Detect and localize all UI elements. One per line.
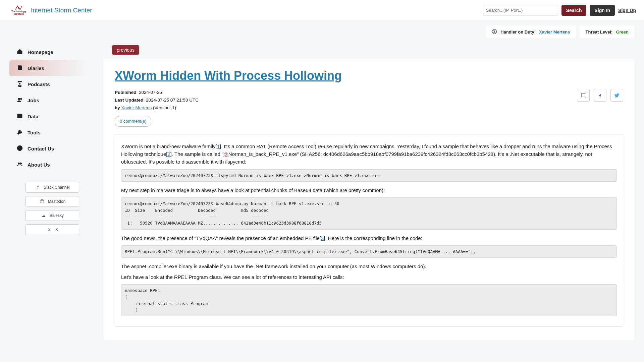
share-buttons	[577, 89, 623, 102]
code-block-2: remnux@remnux:/MalwareZoo/20240723$ base…	[121, 197, 617, 230]
by-label: by	[115, 105, 120, 110]
code-block-1: remnux@remnux:/MalwareZoo/20240723$ ilsp…	[121, 169, 617, 182]
author-link[interactable]: Xavier Mertens	[121, 105, 152, 110]
share-twitter-icon[interactable]	[610, 89, 623, 102]
svg-point-2	[19, 83, 20, 84]
article-meta: Published: 2024-07-25 Last Updated: 2024…	[115, 89, 199, 127]
wrench-icon	[17, 129, 23, 136]
sidebar-item-label: About Us	[28, 162, 50, 168]
main: previous XWorm Hidden With Process Hollo…	[103, 44, 635, 340]
sidebar-item-jobs[interactable]: Jobs	[9, 92, 95, 108]
group-icon	[17, 161, 23, 168]
sidebar-item-data[interactable]: Data	[9, 108, 95, 124]
slack-icon: #	[35, 185, 40, 190]
sidebar-item-contact[interactable]: Contact Us	[9, 140, 95, 157]
sidebar-item-label: Tools	[28, 130, 41, 135]
x-icon: 𝕏	[47, 227, 52, 232]
social-label: Mastodon	[48, 199, 66, 204]
published-date: 2024-07-25	[139, 90, 162, 95]
ref-2[interactable]: 2	[167, 151, 170, 157]
svg-point-8	[18, 163, 20, 164]
paragraph-4: The aspnet_compiler.exe binary is availa…	[121, 262, 617, 270]
social-slack[interactable]: #Slack Channel	[25, 182, 79, 193]
mastodon-icon: ⓜ	[39, 199, 45, 204]
question-icon	[17, 145, 23, 152]
article-body: XWorm is not a brand-new malware family[…	[115, 134, 623, 327]
version: (Version: 1)	[153, 105, 176, 110]
home-icon	[17, 49, 23, 56]
updated-label: Last Updated	[115, 98, 144, 103]
antenna-icon	[17, 81, 23, 88]
svg-point-9	[20, 163, 22, 164]
nav: HomepageDiariesPodcastsJobsDataToolsCont…	[9, 44, 95, 173]
sidebar-item-label: Podcasts	[28, 81, 50, 87]
status-strip: Handler on Duty: Xavier Mertens Threat L…	[0, 21, 644, 39]
social-mastodon[interactable]: ⓜMastodon	[25, 196, 79, 207]
at-symbol[interactable]: @	[223, 151, 228, 157]
user-circle-icon	[492, 29, 497, 35]
social-bluesky[interactable]: ☁Bluesky	[25, 210, 79, 221]
sidebar-item-label: Contact Us	[28, 146, 54, 152]
svg-point-3	[18, 98, 20, 100]
sidebar-item-tools[interactable]: Tools	[9, 124, 95, 140]
sidebar-item-label: Data	[28, 114, 39, 119]
published-label: Published	[115, 90, 137, 95]
code-block-4: namespace RPE1 { internal static class P…	[121, 284, 617, 316]
users-icon	[17, 97, 23, 104]
ref-1[interactable]: 1	[217, 143, 220, 149]
brand: Technology Institute Internet Storm Cent…	[12, 4, 92, 16]
article-title[interactable]: XWorm Hidden With Process Hollowing	[115, 69, 342, 82]
threat-level[interactable]: Green	[616, 29, 629, 35]
sidebar-item-homepage[interactable]: Homepage	[9, 44, 95, 60]
sidebar: HomepageDiariesPodcastsJobsDataToolsCont…	[9, 44, 95, 235]
meta-row: Published: 2024-07-25 Last Updated: 2024…	[115, 89, 623, 127]
layout: HomepageDiariesPodcastsJobsDataToolsCont…	[0, 39, 644, 340]
handler-label: Handler on Duty:	[500, 29, 536, 35]
search-input[interactable]	[483, 5, 558, 15]
sidebar-item-diaries[interactable]: Diaries	[9, 60, 95, 76]
threat-label: Threat Level:	[586, 29, 613, 35]
share-facebook-icon[interactable]	[594, 89, 606, 102]
previous-button[interactable]: previous	[112, 45, 139, 55]
paragraph-1: XWorm is not a brand-new malware family[…	[121, 142, 617, 166]
sidebar-item-label: Diaries	[28, 65, 44, 71]
book-icon	[17, 65, 23, 72]
social-x[interactable]: 𝕏X	[25, 224, 79, 235]
topbar-right: Search Sign In Sign Up	[483, 5, 636, 16]
social-label: Bluesky	[50, 213, 64, 218]
article: XWorm Hidden With Process Hollowing Publ…	[103, 59, 635, 340]
social-label: X	[55, 227, 58, 232]
social-label: Slack Channel	[44, 185, 69, 190]
handler-name[interactable]: Xavier Mertens	[539, 29, 570, 35]
paragraph-3: The good news, the presence of "TVqQAA" …	[121, 234, 617, 242]
paragraph-2: My next step in malware triage is to alw…	[121, 186, 617, 194]
svg-point-7	[19, 149, 20, 150]
svg-point-1	[494, 30, 495, 32]
sidebar-item-podcasts[interactable]: Podcasts	[9, 76, 95, 92]
sidebar-item-label: Homepage	[28, 49, 53, 55]
sign-in-button[interactable]: Sign In	[590, 5, 615, 16]
comments-link[interactable]: 0 comment(s)	[115, 116, 151, 127]
sidebar-item-about[interactable]: About Us	[9, 157, 95, 173]
topbar: Technology Institute Internet Storm Cent…	[0, 0, 644, 21]
paragraph-5: Let's have a look at the RPE1.Program cl…	[121, 273, 617, 281]
chart-icon	[17, 113, 23, 120]
site-title[interactable]: Internet Storm Center	[31, 7, 92, 14]
sidebar-item-label: Jobs	[28, 98, 39, 103]
handler-box: Handler on Duty: Xavier Mertens	[486, 25, 576, 39]
code-block-3: RPE1.Program.Run("C:\\Windows\\Microsoft…	[121, 245, 617, 258]
share-frame-icon[interactable]	[577, 89, 590, 102]
updated-date: 2024-07-25 07:21:58 UTC	[146, 98, 199, 103]
threat-box: Threat Level: Green	[580, 25, 635, 39]
sign-up-link[interactable]: Sign Up	[618, 8, 636, 13]
sans-logo[interactable]: Technology Institute	[12, 4, 25, 16]
search-button[interactable]: Search	[561, 5, 587, 16]
svg-point-4	[20, 98, 22, 100]
svg-rect-10	[582, 94, 585, 97]
bluesky-icon: ☁	[41, 213, 46, 218]
social-links: #Slack ChannelⓜMastodon☁Bluesky𝕏X	[9, 182, 95, 235]
